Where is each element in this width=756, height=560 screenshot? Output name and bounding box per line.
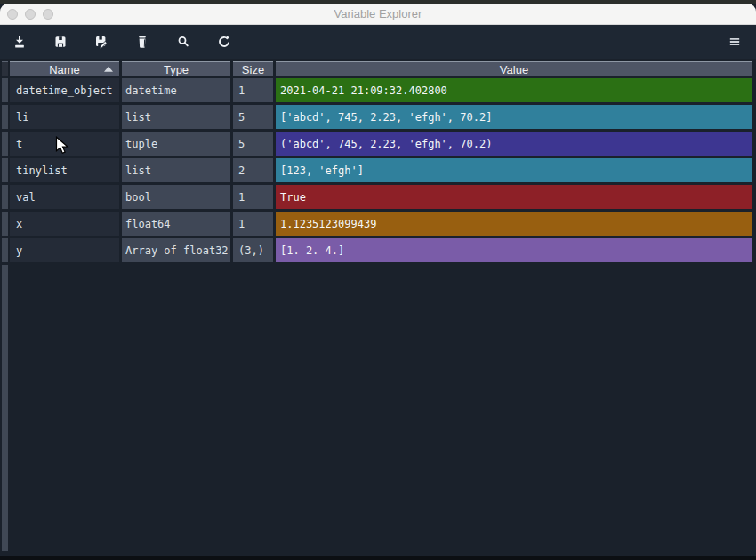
variable-type-cell[interactable]: bool bbox=[122, 185, 230, 209]
options-menu-button[interactable] bbox=[724, 29, 745, 54]
variable-name-cell[interactable]: x bbox=[10, 212, 119, 236]
trash-icon bbox=[135, 35, 149, 49]
variable-name-cell[interactable]: li bbox=[10, 105, 119, 129]
variable-explorer-window: Variable Explorer bbox=[0, 0, 756, 560]
row-header-segment[interactable] bbox=[2, 212, 8, 236]
import-data-button[interactable] bbox=[9, 29, 30, 54]
remove-variable-button[interactable] bbox=[132, 29, 153, 54]
table-grid: Name Type Size Value datetime_object dat… bbox=[10, 61, 752, 551]
row-header-segment[interactable] bbox=[2, 105, 8, 129]
search-icon bbox=[176, 35, 190, 49]
zoom-button[interactable] bbox=[43, 9, 53, 20]
titlebar[interactable]: Variable Explorer bbox=[0, 4, 756, 25]
row-header-segment[interactable] bbox=[2, 78, 8, 102]
variable-value-cell[interactable]: ('abcd', 745, 2.23, 'efgh', 70.2) bbox=[276, 132, 752, 156]
variable-name-cell[interactable]: t bbox=[10, 132, 119, 156]
variable-size-cell[interactable]: 1 bbox=[233, 212, 273, 236]
window-title: Variable Explorer bbox=[0, 7, 756, 20]
table-row[interactable]: y Array of float32 (3,) [1. 2. 4.] bbox=[10, 238, 752, 262]
window-bottom-edge bbox=[0, 556, 756, 560]
variable-value-cell[interactable]: ['abcd', 745, 2.23, 'efgh', 70.2] bbox=[276, 105, 752, 129]
save-icon bbox=[53, 35, 68, 49]
column-header-value-label: Value bbox=[500, 63, 528, 76]
variable-type-cell[interactable]: list bbox=[122, 158, 230, 182]
column-header-name[interactable]: Name bbox=[10, 61, 119, 76]
variable-size-cell[interactable]: (3,) bbox=[233, 238, 273, 262]
table-row[interactable]: datetime_object datetime 1 2021-04-21 21… bbox=[10, 78, 752, 102]
variables-table-area: Name Type Size Value datetime_object dat… bbox=[0, 59, 756, 556]
table-row[interactable]: x float64 1 1.1235123099439 bbox=[10, 212, 752, 236]
refresh-icon bbox=[217, 35, 231, 49]
variable-type-cell[interactable]: list bbox=[122, 105, 230, 129]
variable-name-cell[interactable]: tinylist bbox=[10, 158, 119, 182]
column-header-size[interactable]: Size bbox=[233, 61, 273, 76]
sort-ascending-icon bbox=[104, 67, 113, 72]
vertical-header bbox=[2, 61, 8, 551]
variable-value-cell[interactable]: True bbox=[276, 185, 752, 209]
variable-type-cell[interactable]: Array of float32 bbox=[122, 238, 230, 262]
column-header-type[interactable]: Type bbox=[122, 61, 230, 76]
table-header-row: Name Type Size Value bbox=[10, 61, 752, 76]
save-data-button[interactable] bbox=[50, 29, 71, 54]
row-header-segment[interactable] bbox=[2, 132, 8, 156]
save-data-as-button[interactable] bbox=[91, 29, 112, 54]
hamburger-icon bbox=[728, 35, 742, 49]
table-row[interactable]: val bool 1 True bbox=[10, 185, 752, 209]
save-as-icon bbox=[94, 35, 109, 49]
row-header-segment[interactable] bbox=[2, 238, 8, 262]
column-header-value[interactable]: Value bbox=[276, 61, 752, 76]
variable-type-cell[interactable]: datetime bbox=[122, 78, 230, 102]
column-header-size-label: Size bbox=[242, 63, 264, 76]
minimize-button[interactable] bbox=[25, 9, 36, 20]
variable-value-cell[interactable]: [1. 2. 4.] bbox=[276, 238, 752, 262]
column-header-name-label: Name bbox=[49, 63, 80, 76]
close-button[interactable] bbox=[7, 9, 18, 20]
variable-name-cell[interactable]: val bbox=[10, 185, 119, 209]
variable-name-cell[interactable]: datetime_object bbox=[10, 78, 119, 102]
variable-type-cell[interactable]: float64 bbox=[122, 212, 230, 236]
variable-size-cell[interactable]: 1 bbox=[233, 78, 273, 102]
table-row[interactable]: t tuple 5 ('abcd', 745, 2.23, 'efgh', 70… bbox=[10, 132, 752, 156]
variable-size-cell[interactable]: 5 bbox=[233, 105, 273, 129]
variable-name-cell[interactable]: y bbox=[10, 238, 119, 262]
variable-value-cell[interactable]: 1.1235123099439 bbox=[276, 212, 752, 236]
column-header-type-label: Type bbox=[164, 63, 189, 76]
variable-value-cell[interactable]: [123, 'efgh'] bbox=[276, 158, 752, 182]
variable-type-cell[interactable]: tuple bbox=[122, 132, 230, 156]
vertical-header-corner bbox=[2, 61, 8, 76]
traffic-lights bbox=[7, 4, 53, 25]
vertical-header-fill bbox=[2, 265, 8, 551]
row-header-segment[interactable] bbox=[2, 185, 8, 209]
variable-size-cell[interactable]: 5 bbox=[233, 132, 273, 156]
variable-value-cell[interactable]: 2021-04-21 21:09:32.402800 bbox=[276, 78, 752, 102]
table-row[interactable]: tinylist list 2 [123, 'efgh'] bbox=[10, 158, 752, 182]
variables-table: Name Type Size Value datetime_object dat… bbox=[2, 61, 752, 551]
table-row[interactable]: li list 5 ['abcd', 745, 2.23, 'efgh', 70… bbox=[10, 105, 752, 129]
refresh-button[interactable] bbox=[213, 29, 235, 54]
variable-size-cell[interactable]: 1 bbox=[233, 185, 273, 209]
search-button[interactable] bbox=[173, 29, 194, 54]
row-header-segment[interactable] bbox=[2, 158, 8, 182]
download-icon bbox=[12, 35, 27, 49]
variable-size-cell[interactable]: 2 bbox=[233, 158, 273, 182]
toolbar bbox=[0, 25, 756, 59]
